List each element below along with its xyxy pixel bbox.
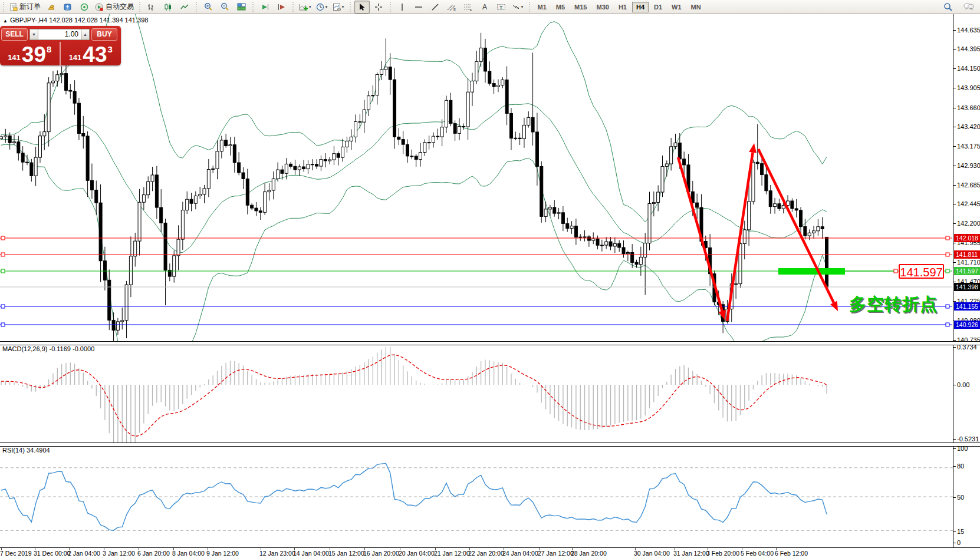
horizontal-line-button[interactable] xyxy=(411,1,426,14)
timeframe-mn-button[interactable]: MN xyxy=(687,2,705,12)
chart-line-button[interactable] xyxy=(177,1,192,14)
fibonacci-icon: F xyxy=(463,3,473,11)
buy-button[interactable]: BUY xyxy=(91,28,117,41)
timeframe-m5-button[interactable]: M5 xyxy=(552,2,569,12)
symbol-ohlc-text: GBPJPY-,H4 142.028 142.028 141.394 141.3… xyxy=(10,16,148,24)
collapse-panel-icon[interactable]: ▲ xyxy=(3,18,8,24)
gold-symbols-icon xyxy=(47,3,56,11)
price-tick xyxy=(953,262,956,263)
rsi-indicator-pane[interactable]: RSI(14) 34.4904 xyxy=(0,445,953,547)
new-order-icon xyxy=(9,3,18,11)
market-watch-icon xyxy=(64,3,72,11)
price-tick-label: 144.635 xyxy=(957,27,980,34)
cursor-button[interactable] xyxy=(354,1,370,14)
price-badge: 141.398 xyxy=(954,283,980,291)
time-tick-label: 20 Jan 04:00 xyxy=(399,550,435,557)
chat-button[interactable] xyxy=(961,1,976,14)
chevron-down-icon: ▾ xyxy=(521,5,524,9)
equidistant-channel-button[interactable]: E xyxy=(444,1,459,14)
crosshair-button[interactable] xyxy=(371,1,386,14)
chart-bars-button[interactable] xyxy=(144,1,159,14)
price-axis[interactable]: 144.635144.395144.150143.905143.660143.4… xyxy=(953,14,980,547)
timeframe-w1-button[interactable]: W1 xyxy=(667,2,686,12)
zoom-out-button[interactable] xyxy=(217,1,232,14)
buy-price-display[interactable]: 141 43 3 xyxy=(61,42,121,65)
price-tick-label: 142.200 xyxy=(957,220,980,227)
new-order-button[interactable]: 新订单 xyxy=(8,1,42,14)
price-tick-label: 144.150 xyxy=(957,65,980,72)
timeframe-m15-button[interactable]: M15 xyxy=(570,2,591,12)
turning-point-annotation[interactable]: 多空转折点 xyxy=(849,293,938,316)
vertical-line-icon xyxy=(399,3,405,11)
time-tick-label: 28 Jan 20:00 xyxy=(571,550,607,557)
volume-decrease-button[interactable]: ▼ xyxy=(29,29,38,40)
arrows-button[interactable]: ▾ xyxy=(510,1,525,14)
pane-splitter[interactable] xyxy=(0,443,980,447)
chevron-down-icon: ▾ xyxy=(342,5,344,9)
time-tick-label: 30 Jan 04:00 xyxy=(634,550,670,557)
rsi-scale-label: 80 xyxy=(957,463,964,470)
time-tick-label: 15 Jan 12:00 xyxy=(328,550,364,557)
templates-button[interactable]: ▾ xyxy=(331,1,346,14)
timeframe-h4-button[interactable]: H4 xyxy=(632,2,649,12)
periods-icon xyxy=(316,3,324,11)
macd-scale-tick xyxy=(953,439,956,440)
chart-shift-button[interactable] xyxy=(274,1,289,14)
main-chart-pane[interactable]: ▲GBPJPY-,H4 142.028 142.028 141.394 141.… xyxy=(0,14,953,341)
fibonacci-button[interactable]: F xyxy=(461,1,476,14)
macd-indicator-pane[interactable]: MACD(12,26,9) -0.1169 -0.0000 xyxy=(0,344,953,443)
volume-input[interactable]: 1.00 xyxy=(38,29,81,40)
time-tick-label: 22 Jan 20:00 xyxy=(468,550,504,557)
zoom-in-button[interactable] xyxy=(200,1,216,14)
price-tick-label: 143.660 xyxy=(957,104,980,111)
sell-button[interactable]: SELL xyxy=(1,28,28,41)
toolbar-grip xyxy=(138,2,142,12)
price-tick xyxy=(953,108,956,108)
trendline-button[interactable] xyxy=(427,1,443,14)
price-tick-label: 143.420 xyxy=(957,123,980,130)
toolbar-grip xyxy=(291,2,295,12)
vertical-line-button[interactable] xyxy=(394,1,410,14)
gold-symbols-button[interactable] xyxy=(44,1,59,14)
equidistant-channel-icon: E xyxy=(447,3,456,11)
time-tick-label: 7 Dec 2019 xyxy=(0,550,32,557)
macd-label: MACD(12,26,9) -0.1169 -0.0000 xyxy=(2,345,94,352)
pane-splitter[interactable] xyxy=(0,341,980,345)
templates-icon xyxy=(333,3,341,11)
price-tick xyxy=(953,146,956,147)
search-button[interactable] xyxy=(940,1,956,14)
time-tick-label: 5 Feb 04:00 xyxy=(741,550,774,557)
rsi-scale-tick xyxy=(953,543,956,543)
timeframe-m30-button[interactable]: M30 xyxy=(592,2,613,12)
rsi-label: RSI(14) 34.4904 xyxy=(2,447,50,454)
timeframe-h1-button[interactable]: H1 xyxy=(614,2,631,12)
toolbar-grip xyxy=(389,2,392,12)
text-label-button[interactable]: T xyxy=(494,1,509,14)
price-label-annotation[interactable]: 141.597 xyxy=(899,264,944,279)
market-watch-button[interactable] xyxy=(60,1,75,14)
chart-line-icon xyxy=(180,3,189,11)
sell-price-display[interactable]: 141 39 8 xyxy=(0,42,61,65)
periods-button[interactable]: ▾ xyxy=(314,1,330,14)
text-button[interactable]: A xyxy=(477,1,492,14)
time-tick-label: 9 Jan 12:00 xyxy=(206,550,239,557)
chart-candles-button[interactable] xyxy=(160,1,176,14)
timeframe-m1-button[interactable]: M1 xyxy=(534,2,551,12)
auto-trading-button[interactable]: 自动交易 xyxy=(93,1,136,14)
volume-increase-button[interactable]: ▲ xyxy=(81,29,90,40)
tile-windows-button[interactable] xyxy=(234,1,249,14)
timeframe-d1-button[interactable]: D1 xyxy=(650,2,666,12)
new-order-label: 新订单 xyxy=(19,2,41,12)
rsi-scale-label: 0 xyxy=(957,539,961,546)
price-badge: 142.018 xyxy=(954,234,980,242)
price-tick-label: 143.175 xyxy=(957,143,980,150)
auto-scroll-button[interactable] xyxy=(257,1,272,14)
chart-shift-icon xyxy=(277,3,286,11)
indicators-button[interactable]: ▾ xyxy=(297,1,313,14)
signals-button[interactable] xyxy=(77,1,92,14)
time-axis[interactable]: 7 Dec 201931 Dec 00:002 Jan 04:003 Jan 1… xyxy=(0,547,980,558)
zoom-out-icon xyxy=(221,2,229,11)
price-tick xyxy=(953,301,956,302)
price-tick xyxy=(953,243,956,243)
toolbar: 新订单自动交易▾▾▾EFAT▾M1M5M15M30H1H4D1W1MN xyxy=(0,0,980,14)
